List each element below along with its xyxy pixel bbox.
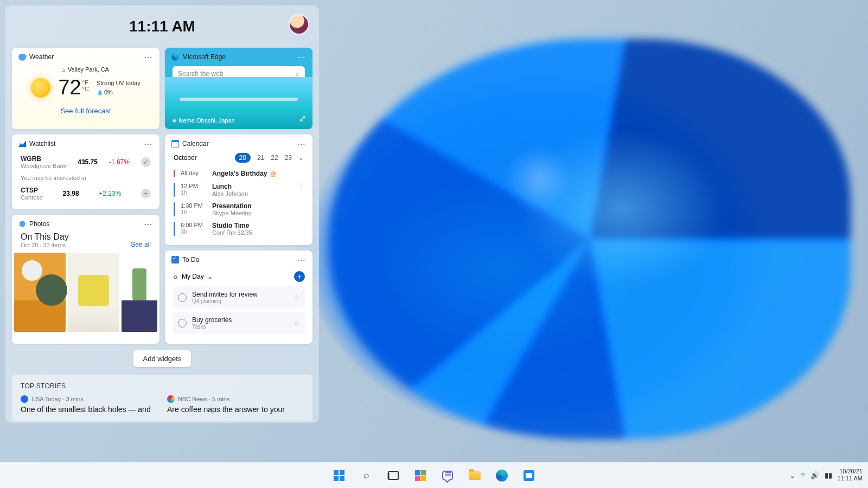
edge-icon	[171, 53, 179, 61]
calendar-event[interactable]: All day Angela's Birthday 🎂	[174, 167, 304, 180]
chevron-down-icon: ⌄	[207, 273, 213, 280]
edge-search-placeholder: Search the web	[178, 70, 223, 78]
add-task-button[interactable]: +	[294, 271, 305, 282]
unit-f[interactable]: °F	[82, 79, 89, 86]
star-icon[interactable]: ☆	[293, 319, 299, 327]
calendar-date[interactable]: 20	[235, 153, 251, 163]
tray-overflow-button[interactable]: ⌃	[789, 471, 795, 479]
source-icon	[167, 395, 175, 403]
start-button[interactable]	[328, 465, 350, 486]
weather-temp: 72	[58, 76, 81, 99]
calendar-date[interactable]: 21	[257, 154, 264, 162]
calendar-icon	[171, 140, 179, 147]
story-item[interactable]: USA Today · 3 mins One of the smallest b…	[21, 395, 157, 414]
weather-more-button[interactable]	[141, 52, 155, 63]
battery-icon[interactable]: ▮▮	[825, 471, 832, 479]
drag-handle-icon[interactable]: ⋮⋮	[298, 183, 304, 188]
add-stock-button[interactable]: +	[141, 189, 151, 198]
see-forecast-link[interactable]: See full forecast	[60, 107, 111, 115]
taskbar: ⌕ ⌃ ⌔ 🔊 ▮▮ 10/20/21 11:11 AM	[0, 462, 868, 488]
search-icon: ⌕	[296, 70, 299, 78]
photo-thumbnail[interactable]	[14, 253, 66, 332]
widgets-icon	[415, 470, 426, 481]
watchlist-more-button[interactable]	[141, 139, 155, 150]
photo-thumbnail[interactable]	[68, 253, 119, 332]
task-row[interactable]: Buy groceriesTasks ☆	[173, 312, 305, 334]
photo-thumbnail[interactable]	[122, 253, 157, 332]
remove-stock-button[interactable]: ✓	[141, 157, 151, 167]
search-button[interactable]: ⌕	[355, 465, 377, 486]
todo-widget[interactable]: To Do ☼ My Day ⌄ + Send invites for revi…	[165, 251, 312, 344]
weather-condition: Strong UV today	[97, 79, 141, 88]
edge-more-button[interactable]	[294, 52, 308, 63]
store-button[interactable]	[518, 465, 540, 486]
calendar-title: Calendar	[182, 140, 209, 147]
top-stories-card: TOP STORIES USA Today · 3 mins One of th…	[12, 375, 312, 421]
stock-row[interactable]: WGRB Woodgrove Bank 435.75 -1.67% ✓	[21, 153, 151, 171]
search-icon: ⌕	[363, 470, 369, 481]
panel-time: 11:11 AM	[129, 18, 195, 35]
photos-heading: On This Day	[21, 232, 69, 242]
stocks-icon	[18, 140, 26, 147]
chat-button[interactable]	[437, 465, 458, 486]
calendar-event[interactable]: 1:30 PM1h PresentationSkype Meeting	[174, 200, 304, 219]
widgets-button[interactable]	[410, 465, 431, 486]
task-checkbox[interactable]	[178, 319, 187, 328]
sun-icon	[31, 78, 50, 98]
calendar-month[interactable]: October	[174, 154, 197, 162]
calendar-more-button[interactable]	[294, 139, 308, 150]
story-item[interactable]: NBC News · 5 mins Are coffee naps the an…	[167, 395, 304, 414]
chevron-down-icon[interactable]: ⌄	[298, 154, 304, 162]
unit-c[interactable]: °C	[82, 86, 89, 92]
watchlist-widget[interactable]: Watchlist WGRB Woodgrove Bank 435.75 -1.…	[12, 134, 159, 209]
edge-icon	[496, 470, 508, 481]
stock-row[interactable]: CTSP Contoso 23.98 +2.23% +	[21, 184, 151, 203]
volume-icon[interactable]: 🔊	[810, 471, 819, 479]
weather-location: Valley Park, CA	[62, 66, 109, 73]
weather-icon	[18, 53, 26, 61]
clock-button[interactable]: 10/20/21 11:11 AM	[838, 468, 863, 482]
photos-see-all-link[interactable]: See all	[131, 241, 151, 248]
photos-sub: Oct 20 · 33 items	[21, 242, 69, 248]
edge-image-location: Ikema Ohashi, Japan	[173, 117, 235, 124]
watchlist-hint: You may be interested in	[21, 175, 151, 181]
widgets-panel: 11:11 AM Weather Valley Park, CA 72 °F °…	[5, 5, 319, 423]
photos-title: Photos	[29, 220, 49, 228]
todo-list-selector[interactable]: ☼ My Day ⌄	[173, 273, 213, 280]
star-icon[interactable]: ☆	[293, 294, 299, 301]
file-explorer-button[interactable]	[464, 465, 486, 486]
photos-widget[interactable]: Photos On This Day Oct 20 · 33 items See…	[12, 215, 159, 344]
expand-icon[interactable]: ⤢	[299, 113, 306, 124]
weather-title: Weather	[29, 53, 54, 61]
system-tray: ⌃ ⌔ 🔊 ▮▮ 10/20/21 11:11 AM	[789, 462, 863, 488]
photos-more-button[interactable]	[141, 219, 155, 230]
task-row[interactable]: Send invites for reviewQ4 planning ☆	[173, 286, 305, 309]
watchlist-title: Watchlist	[29, 140, 55, 147]
weather-widget[interactable]: Weather Valley Park, CA 72 °F °C Strong	[12, 48, 159, 129]
calendar-event[interactable]: 6:00 PM3h Studio TimeConf Rm 32/35	[174, 219, 304, 239]
calendar-date[interactable]: 22	[271, 154, 278, 162]
weather-humidity: 0%	[97, 88, 141, 97]
calendar-date[interactable]: 23	[285, 154, 292, 162]
task-checkbox[interactable]	[178, 293, 187, 302]
todo-more-button[interactable]	[294, 255, 308, 266]
todo-icon	[171, 256, 179, 264]
user-avatar[interactable]	[290, 15, 308, 34]
add-widgets-button[interactable]: Add widgets	[133, 350, 192, 367]
calendar-event[interactable]: 12 PM1h LunchAlex Johnson ⋮⋮	[174, 180, 304, 200]
calendar-widget[interactable]: Calendar October 20 21 22 23 ⌄ All day	[165, 134, 312, 245]
wifi-icon[interactable]: ⌔	[801, 471, 805, 479]
folder-icon	[469, 471, 481, 480]
edge-title: Microsoft Edge	[182, 53, 226, 61]
todo-title: To Do	[182, 256, 199, 264]
edge-widget[interactable]: Microsoft Edge Search the web ⌕ Ikema Oh…	[165, 48, 312, 129]
top-stories-title: TOP STORIES	[21, 382, 304, 390]
sun-outline-icon: ☼	[173, 273, 178, 280]
task-view-icon	[388, 471, 399, 480]
chat-icon	[442, 471, 453, 480]
task-view-button[interactable]	[382, 465, 404, 486]
edge-button[interactable]	[491, 465, 513, 486]
widgets-header: 11:11 AM	[5, 5, 319, 48]
store-icon	[524, 470, 534, 481]
photos-icon	[18, 220, 26, 228]
